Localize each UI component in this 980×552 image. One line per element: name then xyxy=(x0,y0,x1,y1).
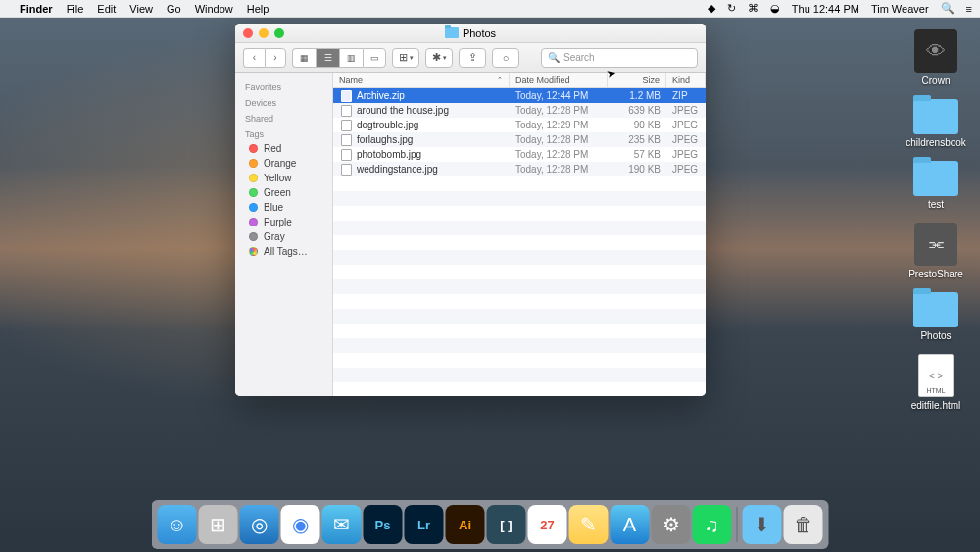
desktop-item-editfile.html[interactable]: HTMLeditfile.html xyxy=(902,354,970,412)
file-name: Archive.zip xyxy=(357,90,405,101)
dock-notes[interactable]: ✎ xyxy=(569,505,609,544)
folder-icon xyxy=(445,27,459,38)
file-size: 57 KB xyxy=(608,149,666,160)
desktop-item-crown[interactable]: 👁Crown xyxy=(902,29,970,87)
dock-chrome[interactable]: ◉ xyxy=(281,505,320,544)
file-row[interactable]: around the house.jpgToday, 12:28 PM639 K… xyxy=(333,103,706,118)
file-name: dogtrouble.jpg xyxy=(357,120,418,130)
column-kind[interactable]: Kind xyxy=(666,73,706,87)
dock-trash[interactable]: 🗑 xyxy=(784,505,823,544)
sidebar-section-favorites: Favorites xyxy=(235,78,332,94)
tag-label: Orange xyxy=(264,158,296,169)
file-row[interactable]: photobomb.jpgToday, 12:28 PM57 KBJPEG xyxy=(333,147,706,162)
tags-button[interactable]: ○ xyxy=(492,48,519,68)
menu-go[interactable]: Go xyxy=(167,3,181,15)
file-row[interactable]: Archive.zipToday, 12:44 PM1.2 MBZIP xyxy=(333,88,706,103)
desktop-item-test[interactable]: test xyxy=(902,161,970,211)
tag-dot-icon xyxy=(249,174,258,182)
sidebar-tag-orange[interactable]: Orange xyxy=(235,156,332,171)
file-size: 639 KB xyxy=(608,105,666,116)
sidebar-tag-blue[interactable]: Blue xyxy=(235,200,332,215)
arrange-button[interactable]: ⊞ ▾ xyxy=(392,48,419,68)
empty-row xyxy=(333,324,706,338)
file-row[interactable]: dogtrouble.jpgToday, 12:29 PM90 KBJPEG xyxy=(333,118,706,132)
sidebar-tag-gray[interactable]: Gray xyxy=(235,229,332,244)
window-maximize-button[interactable] xyxy=(274,28,284,38)
file-icon xyxy=(341,149,352,161)
app-menu[interactable]: Finder xyxy=(20,3,53,15)
file-modified: Today, 12:44 PM xyxy=(510,90,608,101)
bluetooth-icon[interactable]: ⌘ xyxy=(748,2,759,15)
dock-spotify[interactable]: ♫ xyxy=(693,505,732,544)
desktop-item-label: editfile.html xyxy=(911,400,961,412)
file-list[interactable]: Archive.zipToday, 12:44 PM1.2 MBZIParoun… xyxy=(333,88,706,396)
dock-brackets[interactable]: [ ] xyxy=(487,505,526,544)
desktop-item-label: Crown xyxy=(922,75,951,87)
desktop-item-photos[interactable]: Photos xyxy=(902,292,970,342)
dock-safari[interactable]: ◎ xyxy=(240,505,279,544)
dock-appstore[interactable]: A xyxy=(611,505,650,544)
user-name[interactable]: Tim Weaver xyxy=(871,3,929,15)
column-modified[interactable]: Date Modified xyxy=(510,73,608,87)
view-icon-button[interactable]: ▦ xyxy=(292,48,316,68)
column-name[interactable]: Name⌃ xyxy=(333,73,510,87)
wifi-icon[interactable]: ◒ xyxy=(770,2,780,15)
forward-button[interactable]: › xyxy=(265,48,286,68)
clock[interactable]: Thu 12:44 PM xyxy=(792,3,859,15)
menu-file[interactable]: File xyxy=(67,3,84,15)
view-list-button[interactable]: ☰ xyxy=(316,48,339,68)
file-row[interactable]: weddingstance.jpgToday, 12:28 PM190 KBJP… xyxy=(333,162,706,176)
file-modified: Today, 12:28 PM xyxy=(510,105,608,116)
notifications-icon[interactable]: ≡ xyxy=(966,3,972,15)
sidebar-all-tags[interactable]: All Tags… xyxy=(235,244,332,259)
spotlight-icon[interactable]: 🔍 xyxy=(941,2,955,15)
dock-separator xyxy=(737,507,738,542)
menu-window[interactable]: Window xyxy=(195,3,233,15)
action-button[interactable]: ✱ ▾ xyxy=(425,48,453,68)
finder-window[interactable]: Photos ‹ › ▦ ☰ ▥ ▭ ⊞ ▾ ✱ ▾ ⇪ ○ 🔍 Search … xyxy=(235,24,706,396)
column-headers[interactable]: Name⌃ Date Modified Size Kind xyxy=(333,73,706,88)
dock-illustrator[interactable]: Ai xyxy=(446,505,485,544)
sidebar-tag-yellow[interactable]: Yellow xyxy=(235,171,332,185)
view-column-button[interactable]: ▥ xyxy=(339,48,363,68)
menu-help[interactable]: Help xyxy=(247,3,270,15)
empty-row xyxy=(333,176,706,191)
dock-finder[interactable]: ☺ xyxy=(158,505,197,544)
tag-dot-icon xyxy=(249,159,258,168)
dock-calendar[interactable]: 27 xyxy=(528,505,567,544)
file-name: photobomb.jpg xyxy=(357,149,421,160)
dock-settings[interactable]: ⚙ xyxy=(652,505,691,544)
sidebar-tag-green[interactable]: Green xyxy=(235,185,332,200)
sync-icon[interactable]: ↻ xyxy=(727,2,736,15)
desktop-item-childrensbook[interactable]: childrensbook xyxy=(902,99,970,149)
view-coverflow-button[interactable]: ▭ xyxy=(363,48,386,68)
share-button[interactable]: ⇪ xyxy=(459,48,486,68)
desktop-item-label: Photos xyxy=(920,330,951,342)
window-titlebar[interactable]: Photos xyxy=(235,24,706,43)
dock-downloads[interactable]: ⬇ xyxy=(743,505,782,544)
empty-row xyxy=(333,353,706,368)
menu-edit[interactable]: Edit xyxy=(97,3,116,15)
sidebar-section-shared: Shared xyxy=(235,110,332,125)
menu-view[interactable]: View xyxy=(129,3,153,15)
window-title: Photos xyxy=(463,27,496,39)
dock-lightroom[interactable]: Lr xyxy=(405,505,444,544)
sidebar-tag-purple[interactable]: Purple xyxy=(235,215,332,229)
tag-label: Blue xyxy=(264,202,283,213)
empty-row xyxy=(333,191,706,206)
window-minimize-button[interactable] xyxy=(259,28,269,38)
menubar: Finder File Edit View Go Window Help ◆ ↻… xyxy=(0,0,980,18)
file-list-area: Name⌃ Date Modified Size Kind Archive.zi… xyxy=(333,73,706,396)
desktop-item-prestoshare[interactable]: ⫘PrestoShare xyxy=(902,223,970,280)
empty-row xyxy=(333,309,706,324)
sidebar-tag-red[interactable]: Red xyxy=(235,141,332,156)
search-field[interactable]: 🔍 Search xyxy=(541,48,698,68)
window-close-button[interactable] xyxy=(243,28,253,38)
dock-launchpad[interactable]: ⊞ xyxy=(199,505,238,544)
dock-mail[interactable]: ✉ xyxy=(322,505,362,544)
file-row[interactable]: forlaughs.jpgToday, 12:28 PM235 KBJPEG xyxy=(333,132,706,147)
folder-icon xyxy=(913,292,958,327)
dropbox-icon[interactable]: ◆ xyxy=(708,2,715,15)
back-button[interactable]: ‹ xyxy=(243,48,265,68)
dock-photoshop[interactable]: Ps xyxy=(364,505,403,544)
